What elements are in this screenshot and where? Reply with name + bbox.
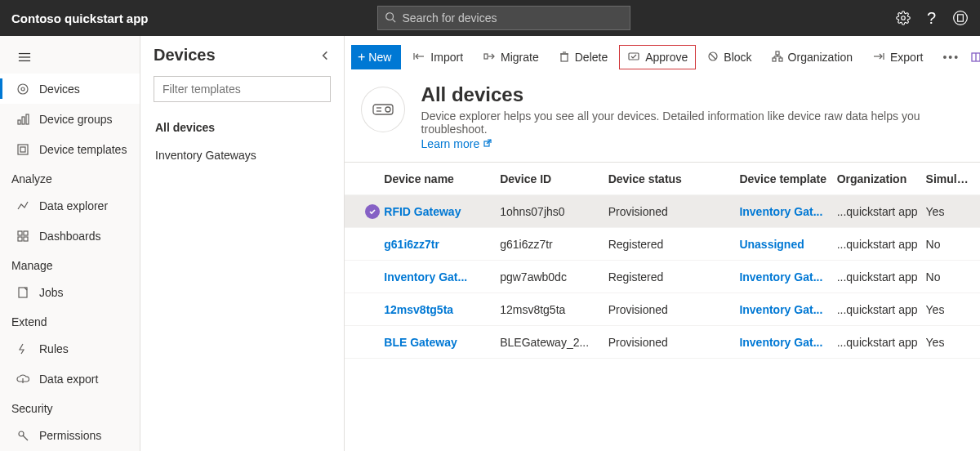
table-row[interactable]: RFID Gateway1ohns07jhs0ProvisionedInvent… [345,195,980,228]
device-template-link[interactable]: Inventory Gat... [739,270,822,284]
groups-icon [15,113,31,126]
device-name-link[interactable]: Inventory Gat... [384,270,467,284]
template-inventory-gateways[interactable]: Inventory Gateways [154,141,331,169]
app-title: Contoso quickstart app [11,11,149,25]
device-simulated: No [926,238,980,251]
svg-line-23 [23,435,28,440]
search-input[interactable] [403,11,623,25]
nav-data-explorer[interactable]: Data explorer [0,190,140,221]
block-button[interactable]: Block [699,45,760,69]
device-status: Registered [608,238,740,251]
nav-rules[interactable]: Rules [0,333,140,364]
nav-label: Dashboards [39,230,101,243]
col-device-id[interactable]: Device ID [500,172,608,185]
templates-panel-title: Devices [154,46,216,65]
help-icon[interactable]: ? [927,9,936,28]
new-button[interactable]: + New [351,45,401,69]
svg-rect-4 [958,15,964,21]
device-status: Provisioned [608,303,740,316]
table-row[interactable]: g61i6zz7trg61i6zz7trRegisteredUnassigned… [345,228,980,261]
btn-label: New [368,51,391,64]
approve-button[interactable]: Approve [619,45,696,69]
approve-icon [627,51,640,65]
devices-icon [15,83,31,96]
search-box[interactable] [377,6,630,30]
svg-rect-34 [776,51,779,55]
table-header: Device name Device ID Device status Devi… [345,163,980,195]
device-org: ...quickstart app [837,205,926,218]
topbar: Contoso quickstart app ? [0,0,980,36]
svg-rect-15 [18,231,22,235]
page-head: All devices Device explorer helps you se… [345,77,980,162]
more-button[interactable]: ••• [934,45,968,69]
delete-button[interactable]: Delete [550,45,616,69]
nav-section-manage: Manage [0,251,140,277]
svg-line-33 [710,53,716,59]
nav-devices[interactable]: Devices [0,74,140,104]
col-device-status[interactable]: Device status [608,172,740,185]
device-id: pgw7awb0dc [500,270,608,284]
device-id: BLEGateway_2... [500,336,608,349]
table-row[interactable]: Inventory Gat...pgw7awb0dcRegisteredInve… [345,261,980,293]
nav-dashboards[interactable]: Dashboards [0,221,140,251]
export-button[interactable]: Export [864,45,931,69]
device-name-link[interactable]: BLE Gateway [384,336,457,349]
template-all-devices[interactable]: All devices [154,114,331,141]
svg-point-8 [18,84,28,94]
nav-device-groups[interactable]: Device groups [0,104,140,134]
col-simulated[interactable]: Simulated [926,172,980,185]
device-status: Provisioned [608,336,740,349]
device-name-link[interactable]: g61i6zz7tr [384,238,439,251]
btn-label: Delete [575,51,608,64]
organization-button[interactable]: Organization [764,45,861,69]
settings-icon[interactable] [896,11,911,25]
nav-section-security: Security [0,394,140,420]
columns-icon[interactable] [971,51,980,63]
device-id: 12msv8tg5ta [500,303,608,316]
plus-icon: + [358,51,365,64]
checkmark-icon [365,204,380,219]
migrate-button[interactable]: Migrate [474,45,547,69]
external-link-icon [483,137,492,150]
table-row[interactable]: BLE GatewayBLEGateway_2...ProvisionedInv… [345,326,980,359]
device-template-link[interactable]: Inventory Gat... [739,205,822,218]
device-name-link[interactable]: 12msv8tg5ta [384,303,453,316]
nav-label: Data export [39,373,98,386]
svg-rect-35 [773,58,776,61]
svg-point-9 [21,87,24,91]
btn-label: Import [430,51,463,64]
svg-point-2 [902,16,906,20]
search-icon [385,11,396,25]
device-status: Registered [608,270,740,284]
filter-templates-input[interactable] [154,76,331,102]
org-icon [772,51,783,65]
app-switcher-icon[interactable] [952,10,969,26]
col-device-name[interactable]: Device name [384,172,500,185]
dashboard-icon [15,230,31,243]
device-name-link[interactable]: RFID Gateway [384,205,461,218]
device-template-link[interactable]: Unassigned [739,238,804,251]
nav-permissions[interactable]: Permissions [0,420,140,450]
import-button[interactable]: Import [404,45,471,69]
nav-jobs[interactable]: Jobs [0,277,140,307]
nav-label: Device groups [39,113,113,126]
trash-icon [559,51,570,65]
device-template-link[interactable]: Inventory Gat... [739,303,822,316]
collapse-panel-icon[interactable] [319,50,331,61]
nav-data-export[interactable]: Data export [0,364,140,394]
device-template-link[interactable]: Inventory Gat... [739,336,822,349]
col-device-template[interactable]: Device template [739,172,836,185]
nav-device-templates[interactable]: Device templates [0,134,140,164]
nav-section-analyze: Analyze [0,164,140,190]
hamburger-icon[interactable] [18,51,31,63]
svg-point-0 [385,12,393,20]
nav-section-extend: Extend [0,307,140,333]
svg-rect-10 [18,120,20,124]
row-selector[interactable] [361,204,384,219]
learn-more-link[interactable]: Learn more [421,137,493,150]
table-row[interactable]: 12msv8tg5ta12msv8tg5taProvisionedInvento… [345,293,980,326]
col-organization[interactable]: Organization [837,172,926,185]
page-description: Device explorer helps you see all your d… [421,109,964,136]
page-title: All devices [421,83,964,106]
svg-rect-13 [18,145,28,154]
